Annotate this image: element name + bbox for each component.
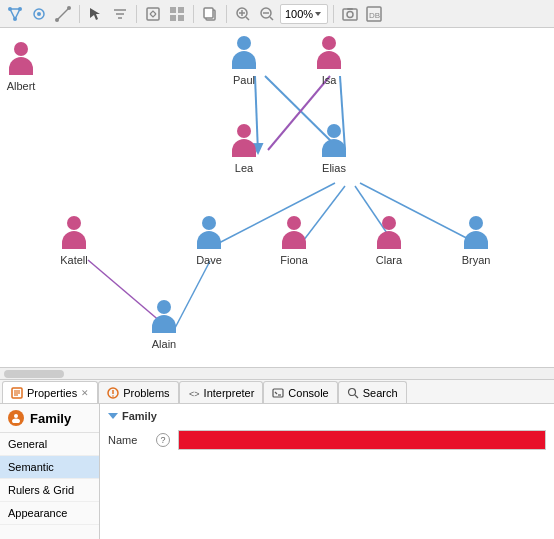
sidebar-item-rulers[interactable]: Rulers & Grid bbox=[0, 479, 99, 502]
node-lea[interactable]: Lea bbox=[228, 124, 260, 174]
section-arrow-icon bbox=[108, 411, 118, 421]
svg-line-4 bbox=[10, 9, 15, 19]
zoom-out-button[interactable] bbox=[256, 3, 278, 25]
svg-rect-19 bbox=[178, 15, 184, 21]
node-button[interactable] bbox=[28, 3, 50, 25]
tab-bar: Properties ✕ Problems <> Interpreter bbox=[0, 380, 554, 404]
svg-line-5 bbox=[15, 9, 20, 19]
sidebar-item-appearance[interactable]: Appearance bbox=[0, 502, 99, 525]
tab-interpreter-label: Interpreter bbox=[204, 387, 255, 399]
sidebar-item-general[interactable]: General bbox=[0, 433, 99, 456]
zoom-in-button[interactable] bbox=[232, 3, 254, 25]
node-bryan-label: Bryan bbox=[462, 254, 491, 266]
node-lea-label: Lea bbox=[235, 162, 253, 174]
separator-3 bbox=[193, 5, 194, 23]
node-bryan[interactable]: Bryan bbox=[460, 216, 492, 266]
tab-interpreter[interactable]: <> Interpreter bbox=[179, 381, 264, 403]
node-albert[interactable]: Albert bbox=[5, 42, 37, 92]
tab-console-label: Console bbox=[288, 387, 328, 399]
svg-rect-32 bbox=[347, 8, 353, 10]
node-isa[interactable]: Isa bbox=[313, 36, 345, 86]
graph-svg bbox=[0, 28, 554, 367]
graph-menu-button[interactable] bbox=[4, 3, 26, 25]
prop-name-input[interactable] bbox=[178, 430, 546, 450]
properties-title: Family bbox=[0, 404, 99, 433]
svg-rect-21 bbox=[204, 8, 213, 18]
tab-problems-label: Problems bbox=[123, 387, 169, 399]
zoom-value: 100% bbox=[285, 8, 313, 20]
h-scrollbar[interactable] bbox=[0, 368, 554, 380]
prop-section-family: Family bbox=[108, 410, 546, 422]
separator-4 bbox=[226, 5, 227, 23]
layout-button[interactable] bbox=[166, 3, 188, 25]
tab-properties-label: Properties bbox=[27, 387, 77, 399]
node-alain[interactable]: Alain bbox=[148, 300, 180, 350]
node-elias[interactable]: Elias bbox=[318, 124, 350, 174]
node-dave[interactable]: Dave bbox=[193, 216, 225, 266]
bottom-panel: Properties ✕ Problems <> Interpreter bbox=[0, 380, 554, 539]
prop-row-name: Name ? bbox=[108, 430, 546, 450]
console-icon bbox=[272, 387, 284, 399]
move-button[interactable] bbox=[142, 3, 164, 25]
prop-sidebar: Family General Semantic Rulers & Grid Ap… bbox=[0, 404, 100, 539]
tab-problems[interactable]: Problems bbox=[98, 381, 178, 403]
svg-rect-16 bbox=[170, 7, 176, 13]
node-isa-label: Isa bbox=[322, 74, 337, 86]
svg-point-31 bbox=[347, 11, 353, 17]
separator-5 bbox=[333, 5, 334, 23]
svg-marker-11 bbox=[90, 8, 100, 20]
node-katell[interactable]: Katell bbox=[58, 216, 90, 266]
svg-line-54 bbox=[275, 392, 277, 394]
prop-name-help[interactable]: ? bbox=[156, 433, 170, 447]
screenshot-button[interactable] bbox=[339, 3, 361, 25]
sidebar-item-semantic[interactable]: Semantic bbox=[0, 456, 99, 479]
h-scrollbar-thumb[interactable] bbox=[4, 370, 64, 378]
node-paul-label: Paul bbox=[233, 74, 255, 86]
separator-2 bbox=[136, 5, 137, 23]
svg-line-8 bbox=[57, 8, 69, 20]
graph-canvas[interactable]: Albert Paul Isa Lea Elias bbox=[0, 28, 554, 368]
svg-point-60 bbox=[12, 419, 20, 424]
separator-1 bbox=[79, 5, 80, 23]
svg-point-7 bbox=[37, 12, 41, 16]
svg-rect-15 bbox=[147, 8, 159, 20]
svg-text:DB: DB bbox=[369, 11, 380, 20]
edge-button[interactable] bbox=[52, 3, 74, 25]
node-albert-label: Albert bbox=[7, 80, 36, 92]
svg-rect-17 bbox=[178, 7, 184, 13]
node-dave-label: Dave bbox=[196, 254, 222, 266]
prop-main: Family Name ? bbox=[100, 404, 554, 539]
tab-properties[interactable]: Properties ✕ bbox=[2, 381, 98, 403]
svg-rect-53 bbox=[273, 389, 283, 397]
tab-search-label: Search bbox=[363, 387, 398, 399]
copy-button[interactable] bbox=[199, 3, 221, 25]
properties-content: Family General Semantic Rulers & Grid Ap… bbox=[0, 404, 554, 539]
svg-line-58 bbox=[355, 395, 358, 398]
select-button[interactable] bbox=[85, 3, 107, 25]
tab-console[interactable]: Console bbox=[263, 381, 337, 403]
toolbar: 100% DB bbox=[0, 0, 554, 28]
prop-section-label: Family bbox=[122, 410, 157, 422]
zoom-dropdown[interactable]: 100% bbox=[280, 4, 328, 24]
export-button[interactable]: DB bbox=[363, 3, 385, 25]
tab-search[interactable]: Search bbox=[338, 381, 407, 403]
tab-properties-close[interactable]: ✕ bbox=[81, 388, 89, 398]
node-clara-label: Clara bbox=[376, 254, 402, 266]
node-paul[interactable]: Paul bbox=[228, 36, 260, 86]
svg-line-44 bbox=[175, 261, 210, 328]
node-katell-label: Katell bbox=[60, 254, 88, 266]
svg-rect-18 bbox=[170, 15, 176, 21]
filter-button[interactable] bbox=[109, 3, 131, 25]
node-clara[interactable]: Clara bbox=[373, 216, 405, 266]
svg-point-10 bbox=[67, 6, 71, 10]
svg-marker-61 bbox=[108, 413, 118, 419]
node-alain-label: Alain bbox=[152, 338, 176, 350]
svg-point-9 bbox=[55, 18, 59, 22]
svg-rect-30 bbox=[343, 9, 357, 20]
svg-point-57 bbox=[348, 388, 355, 395]
node-fiona-label: Fiona bbox=[280, 254, 308, 266]
svg-marker-29 bbox=[315, 12, 321, 16]
node-fiona[interactable]: Fiona bbox=[278, 216, 310, 266]
svg-line-39 bbox=[215, 183, 335, 245]
svg-point-59 bbox=[14, 414, 18, 418]
